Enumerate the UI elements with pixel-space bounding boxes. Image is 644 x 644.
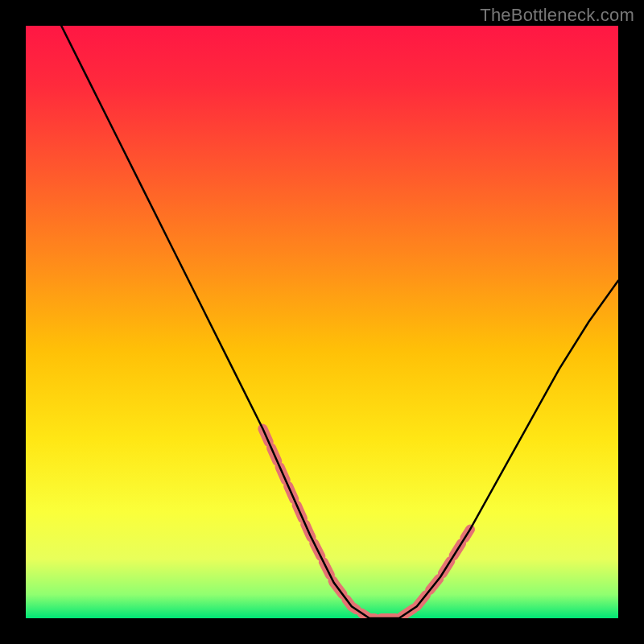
chart-svg: [26, 26, 618, 618]
watermark-text: TheBottleneck.com: [480, 5, 634, 26]
chart-background: [26, 26, 618, 618]
chart-frame: [26, 26, 618, 618]
